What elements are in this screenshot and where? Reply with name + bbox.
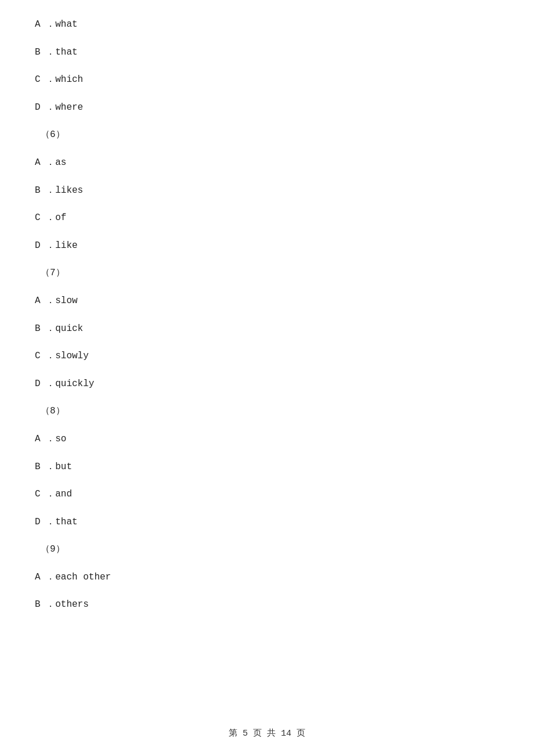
- option-text: others: [55, 599, 89, 610]
- option-label: B ．: [35, 323, 55, 334]
- option-8d: D ．that: [35, 515, 499, 530]
- option-text: and: [55, 489, 72, 499]
- question-6-number: （6）: [35, 128, 499, 143]
- option-text: where: [55, 102, 83, 113]
- option-label: D ．: [35, 240, 55, 251]
- question-5-options: A ．what B ．that C ．which D ．where: [35, 17, 499, 115]
- option-8a: A ．so: [35, 432, 499, 447]
- option-label: A ．: [35, 19, 55, 30]
- option-label: D ．: [35, 379, 55, 389]
- page-footer: 第 5 页 共 14 页: [0, 728, 534, 739]
- option-label: C ．: [35, 213, 55, 223]
- option-text: quick: [55, 323, 83, 334]
- option-5c: C ．which: [35, 73, 499, 88]
- option-label: A ．: [35, 157, 55, 168]
- option-6a: A ．as: [35, 156, 499, 171]
- option-9a: A ．each other: [35, 570, 499, 585]
- option-label: A ．: [35, 296, 55, 306]
- option-8c: C ．and: [35, 487, 499, 502]
- option-7b: B ．quick: [35, 322, 499, 337]
- page-content: A ．what B ．that C ．which D ．where （6） A …: [35, 17, 499, 613]
- option-text: what: [55, 19, 77, 30]
- page-number-text: 第 5 页 共 14 页: [229, 729, 305, 739]
- question-6-options: A ．as B ．likes C ．of D ．like: [35, 156, 499, 253]
- option-5d: D ．where: [35, 100, 499, 116]
- option-label: C ．: [35, 74, 55, 85]
- option-6d: D ．like: [35, 239, 499, 254]
- question-8-number: （8）: [35, 404, 499, 419]
- option-text: slowly: [55, 351, 89, 361]
- option-label: A ．: [35, 434, 55, 444]
- option-label: B ．: [35, 599, 55, 610]
- option-text: like: [55, 240, 77, 251]
- option-label: A ．: [35, 572, 55, 582]
- option-text: slow: [55, 296, 77, 306]
- question-9-number: （9）: [35, 542, 499, 557]
- question-7-number: （7）: [35, 266, 499, 281]
- option-label: C ．: [35, 489, 55, 499]
- option-6b: B ．likes: [35, 183, 499, 199]
- option-label: C ．: [35, 351, 55, 361]
- option-text: that: [55, 517, 77, 527]
- option-6c: C ．of: [35, 211, 499, 226]
- option-9b: B ．others: [35, 597, 499, 613]
- option-text: likes: [55, 185, 83, 196]
- option-text: of: [55, 213, 66, 223]
- option-5b: B ．that: [35, 45, 499, 60]
- question-7-options: A ．slow B ．quick C ．slowly D ．quickly: [35, 294, 499, 391]
- option-7a: A ．slow: [35, 294, 499, 309]
- option-label: B ．: [35, 462, 55, 472]
- option-label: D ．: [35, 517, 55, 527]
- option-7d: D ．quickly: [35, 377, 499, 392]
- option-label: B ．: [35, 47, 55, 57]
- option-text: so: [55, 434, 66, 444]
- option-label: D ．: [35, 102, 55, 113]
- question-9-options: A ．each other B ．others: [35, 570, 499, 613]
- option-text: which: [55, 74, 83, 85]
- option-5a: A ．what: [35, 17, 499, 33]
- option-8b: B ．but: [35, 460, 499, 475]
- option-text: quickly: [55, 379, 94, 389]
- option-label: B ．: [35, 185, 55, 196]
- option-text: each other: [55, 572, 111, 582]
- option-text: as: [55, 157, 66, 168]
- option-text: that: [55, 47, 77, 57]
- question-8-options: A ．so B ．but C ．and D ．that: [35, 432, 499, 530]
- option-7c: C ．slowly: [35, 349, 499, 364]
- option-text: but: [55, 462, 72, 472]
